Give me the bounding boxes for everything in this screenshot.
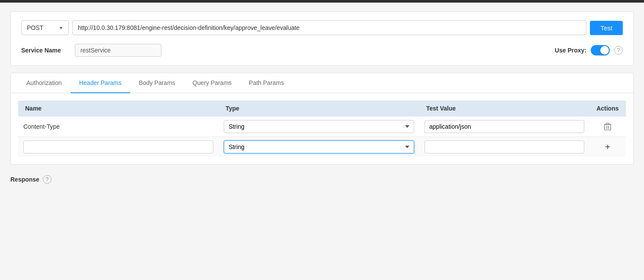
svg-rect-0: [605, 124, 611, 130]
method-label: POST: [27, 24, 43, 31]
service-row: Service Name Use Proxy: ?: [21, 44, 623, 57]
row-name-cell: Content-Type: [18, 117, 219, 137]
params-table: Name Type Test Value Actions Content-Typ…: [18, 100, 626, 157]
delete-row-button[interactable]: [595, 123, 621, 130]
config-card: POST ▼ Test Service Name Use Proxy: ?: [10, 11, 634, 66]
response-label: Response: [10, 176, 39, 183]
new-row-testvalue-input[interactable]: [425, 140, 584, 153]
tab-path-params[interactable]: Path Params: [240, 73, 293, 93]
table-container: Name Type Test Value Actions Content-Typ…: [11, 93, 633, 164]
new-row-name-cell: [18, 137, 219, 157]
proxy-help-icon[interactable]: ?: [614, 46, 623, 55]
proxy-section: Use Proxy: ?: [555, 45, 623, 55]
add-row-button[interactable]: +: [595, 142, 621, 152]
col-header-testvalue: Test Value: [419, 101, 589, 117]
url-input[interactable]: [72, 20, 586, 35]
response-section: Response ?: [10, 172, 634, 187]
new-row-actions-cell: +: [589, 137, 626, 157]
row-actions-cell: [589, 117, 626, 137]
tab-header-params[interactable]: Header Params: [71, 73, 130, 93]
tab-authorization[interactable]: Authorization: [18, 73, 71, 93]
tab-query-params[interactable]: Query Params: [184, 73, 240, 93]
col-header-type: Type: [219, 101, 419, 117]
response-help-icon[interactable]: ?: [43, 175, 52, 184]
table-header-row: Name Type Test Value Actions: [18, 101, 626, 117]
main-container: POST ▼ Test Service Name Use Proxy: ?: [0, 3, 644, 280]
toggle-thumb: [600, 46, 609, 55]
table-new-row: String Integer Boolean Object Array +: [18, 137, 626, 157]
new-row-testvalue-cell: [419, 137, 589, 157]
proxy-toggle[interactable]: [591, 45, 610, 55]
method-select[interactable]: POST ▼: [21, 20, 69, 35]
test-button[interactable]: Test: [590, 21, 623, 35]
col-header-name: Name: [18, 101, 219, 117]
toggle-track: [591, 45, 610, 55]
new-row-type-cell: String Integer Boolean Object Array: [219, 137, 419, 157]
tab-body-params[interactable]: Body Params: [130, 73, 184, 93]
new-row-name-input[interactable]: [23, 140, 213, 153]
service-name-label: Service Name: [21, 47, 61, 54]
row-name-text: Content-Type: [23, 120, 60, 133]
row-testvalue-cell: [419, 117, 589, 137]
row-type-cell: String Integer Boolean Object Array: [219, 117, 419, 137]
method-chevron-icon: ▼: [59, 26, 63, 30]
service-name-input[interactable]: [75, 44, 161, 57]
row-testvalue-input[interactable]: [425, 120, 584, 133]
col-header-actions: Actions: [589, 101, 626, 117]
tabs-header: Authorization Header Params Body Params …: [11, 73, 633, 93]
table-row: Content-Type String Integer Boolean Obje…: [18, 117, 626, 137]
new-row-type-select[interactable]: String Integer Boolean Object Array: [224, 140, 414, 153]
row-type-select[interactable]: String Integer Boolean Object Array: [224, 120, 414, 133]
url-row: POST ▼ Test: [21, 20, 623, 35]
proxy-label: Use Proxy:: [555, 47, 586, 54]
tabs-card: Authorization Header Params Body Params …: [10, 73, 634, 165]
